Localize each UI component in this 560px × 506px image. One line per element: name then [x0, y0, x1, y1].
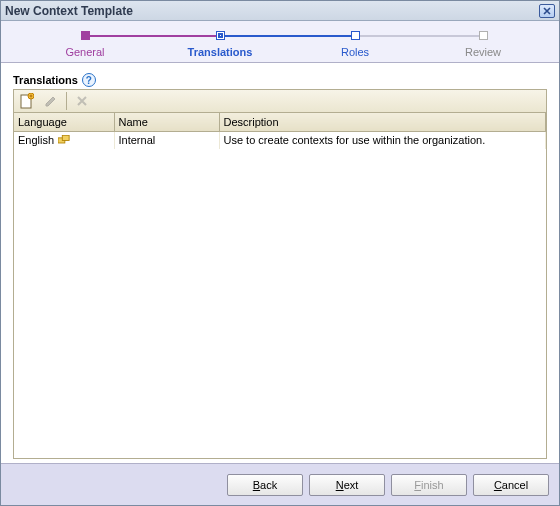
- step-label: Review: [465, 46, 501, 58]
- cancel-button[interactable]: Cancel: [473, 474, 549, 496]
- help-icon[interactable]: ?: [82, 73, 96, 87]
- translations-table[interactable]: Language Name Description English: [13, 113, 547, 459]
- section-title: Translations: [13, 74, 78, 86]
- step-marker-icon: [216, 31, 225, 40]
- titlebar: New Context Template: [1, 1, 559, 21]
- step-marker-icon: [479, 31, 488, 40]
- back-button[interactable]: Back: [227, 474, 303, 496]
- step-review[interactable]: Review: [433, 31, 533, 58]
- close-icon: [543, 7, 551, 15]
- finish-button: Finish: [391, 474, 467, 496]
- step-translations[interactable]: Translations: [170, 31, 270, 58]
- col-name[interactable]: Name: [114, 113, 219, 131]
- pencil-icon: [44, 94, 58, 108]
- window-title: New Context Template: [5, 4, 133, 18]
- col-language[interactable]: Language: [14, 113, 114, 131]
- step-marker-icon: [351, 31, 360, 40]
- new-doc-icon: [20, 93, 34, 109]
- step-general[interactable]: General: [35, 31, 135, 58]
- new-button[interactable]: [16, 91, 38, 111]
- next-button[interactable]: Next: [309, 474, 385, 496]
- svg-rect-3: [62, 136, 69, 141]
- step-label: Roles: [341, 46, 369, 58]
- close-button[interactable]: [539, 4, 555, 18]
- delete-icon: [76, 95, 88, 107]
- cell-description: Use to create contexts for use within th…: [219, 131, 546, 149]
- content-area: Translations ?: [1, 63, 559, 463]
- wizard-steps: General Translations Roles Review: [1, 21, 559, 63]
- edit-button: [40, 91, 62, 111]
- step-marker-icon: [81, 31, 90, 40]
- toolbar-separator: [66, 92, 67, 110]
- step-label: General: [65, 46, 104, 58]
- toolbar: [13, 89, 547, 113]
- footer: Back Next Finish Cancel: [1, 463, 559, 505]
- cell-name: Internal: [114, 131, 219, 149]
- table-row[interactable]: English Internal Use to create contexts …: [14, 131, 546, 149]
- col-description[interactable]: Description: [219, 113, 546, 131]
- step-roles[interactable]: Roles: [305, 31, 405, 58]
- cell-language: English: [18, 134, 54, 146]
- wizard-dialog: New Context Template General Translation…: [0, 0, 560, 506]
- master-locale-icon: [58, 135, 70, 145]
- table-header-row: Language Name Description: [14, 113, 546, 131]
- delete-button: [71, 91, 93, 111]
- section-header: Translations ?: [13, 73, 547, 87]
- step-label: Translations: [188, 46, 253, 58]
